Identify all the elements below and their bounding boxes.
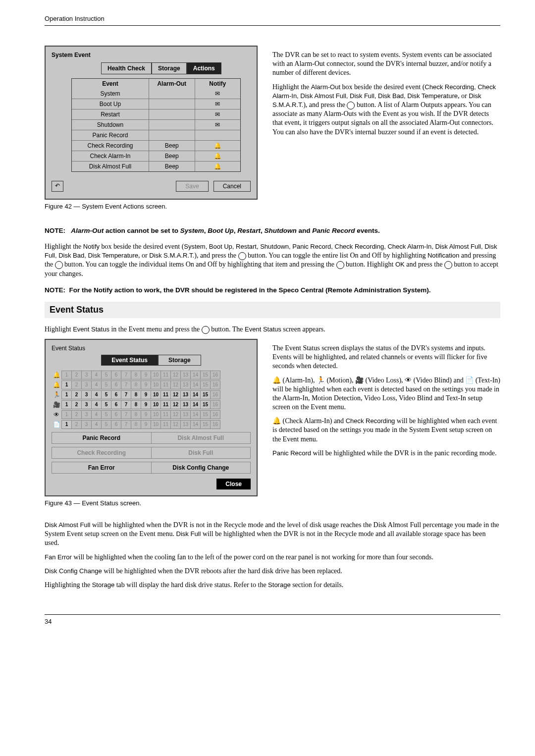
channel-cell: 7: [121, 400, 131, 409]
table-row: Disk Almost FullBeep🔔: [72, 161, 240, 171]
channel-cell: 14: [190, 371, 200, 379]
strip-icon: 🔔: [52, 381, 61, 388]
alarm-out-cell[interactable]: [149, 120, 195, 130]
channel-cell: 9: [141, 371, 151, 379]
table-row: Check RecordingBeep🔔: [72, 140, 240, 151]
alarm-out-cell[interactable]: [149, 89, 195, 99]
channel-cell: 11: [160, 390, 170, 399]
channel-cell: 12: [170, 420, 180, 429]
tab-event-status[interactable]: Event Status: [101, 355, 158, 366]
table-row: Panic Record: [72, 130, 240, 140]
channel-cell: 4: [91, 390, 101, 399]
channel-cell: 3: [81, 400, 91, 409]
grid-header: Event Alarm-Out Notify: [72, 79, 240, 89]
channel-cell: 6: [111, 420, 121, 429]
notify-cell[interactable]: ✉: [195, 120, 240, 130]
channel-cell: 13: [180, 410, 190, 419]
paragraph: Fan Error will be highlighted when the c…: [45, 553, 500, 562]
save-button[interactable]: Save: [176, 181, 208, 192]
channel-cell: 6: [111, 380, 121, 389]
channel-cell: 13: [180, 380, 190, 389]
channel-cell: 10: [151, 410, 160, 419]
event-name: Boot Up: [72, 99, 149, 109]
col-alarm: Alarm-Out: [149, 79, 195, 89]
status-item: Panic Record: [52, 432, 152, 444]
tab-health-check[interactable]: Health Check: [101, 62, 152, 74]
alarm-out-cell[interactable]: Beep: [149, 162, 195, 171]
col-event: Event: [72, 79, 149, 89]
channel-cell: 16: [210, 410, 220, 419]
paragraph: Disk Almost Full will be highlighted whe…: [45, 521, 500, 548]
channel-cell: 8: [131, 410, 141, 419]
system-event-panel: System Event Health Check Storage Action…: [45, 46, 258, 200]
channel-cell: 4: [91, 410, 101, 419]
channel-cell: 6: [111, 400, 121, 409]
cancel-button[interactable]: Cancel: [214, 181, 251, 192]
event-name: Disk Almost Full: [72, 162, 149, 171]
channel-cell: 14: [190, 390, 200, 399]
page-number: 34: [45, 615, 500, 625]
alarm-out-cell[interactable]: Beep: [149, 151, 195, 161]
channel-cell: 5: [101, 410, 111, 419]
tab-storage[interactable]: Storage: [158, 355, 201, 366]
channel-cell: 5: [101, 400, 111, 409]
section-event-status: Event Status: [45, 302, 500, 318]
channel-cell: 2: [71, 420, 81, 429]
channel-cell: 7: [121, 410, 131, 419]
channel-cell: 1: [61, 400, 71, 409]
event-name: Panic Record: [72, 130, 149, 140]
channel-cell: 2: [71, 390, 81, 399]
paragraph: Highlight the Notify box beside the desi…: [45, 242, 500, 278]
channel-cell: 7: [121, 390, 131, 399]
paragraph: Panic Record will be highlighted while t…: [272, 449, 500, 458]
table-row: Shutdown✉: [72, 119, 240, 130]
page-footer: 34: [45, 614, 500, 632]
table-row: Boot Up✉: [72, 99, 240, 109]
channel-cell: 16: [210, 390, 220, 399]
status-item: Check Recording: [52, 447, 152, 459]
channel-cell: 16: [210, 380, 220, 389]
alarm-out-cell[interactable]: [149, 130, 195, 140]
notify-cell[interactable]: 🔔: [195, 141, 240, 151]
channel-cell: 2: [71, 380, 81, 389]
channel-cell: 8: [131, 420, 141, 429]
notify-cell[interactable]: 🔔: [195, 162, 240, 171]
channel-cell: 9: [141, 420, 151, 429]
status-strip: 👁12345678910111213141516: [52, 410, 251, 419]
channel-cell: 13: [180, 390, 190, 399]
paragraph: Highlight the Alarm-Out box beside the d…: [272, 83, 500, 137]
channel-cell: 6: [111, 371, 121, 379]
channel-cell: 14: [190, 380, 200, 389]
figure42-caption: Figure 42 — System Event Actions screen.: [45, 203, 258, 210]
event-name: Check Recording: [72, 141, 149, 151]
panel-title: System Event: [52, 52, 251, 58]
channel-cell: 2: [71, 410, 81, 419]
tab-storage[interactable]: Storage: [152, 62, 187, 74]
paragraph: Disk Config Change will be highlighted w…: [45, 567, 500, 576]
channel-cell: 15: [200, 410, 210, 419]
alarm-out-cell[interactable]: [149, 99, 195, 109]
channel-cell: 5: [101, 420, 111, 429]
alarm-out-cell[interactable]: [149, 109, 195, 119]
alarm-out-cell[interactable]: Beep: [149, 141, 195, 151]
channel-cell: 5: [101, 371, 111, 379]
notify-cell[interactable]: [195, 130, 240, 140]
channel-cell: 11: [160, 400, 170, 409]
channel-cell: 16: [210, 371, 220, 379]
channel-cell: 5: [101, 380, 111, 389]
channel-cell: 16: [210, 400, 220, 409]
tab-actions[interactable]: Actions: [187, 62, 221, 74]
notify-cell[interactable]: ✉: [195, 89, 240, 99]
channel-cell: 15: [200, 400, 210, 409]
channel-cell: 8: [131, 400, 141, 409]
paragraph: 🔔 (Alarm-In), 🏃 (Motion), 🎥 (Video Loss)…: [272, 376, 500, 412]
notify-cell[interactable]: ✉: [195, 109, 240, 119]
close-button[interactable]: Close: [216, 479, 251, 489]
channel-cell: 11: [160, 380, 170, 389]
back-button[interactable]: ↶: [52, 181, 63, 192]
channel-cell: 1: [61, 371, 71, 379]
notify-cell[interactable]: 🔔: [195, 151, 240, 161]
channel-cell: 3: [81, 390, 91, 399]
notify-cell[interactable]: ✉: [195, 99, 240, 109]
channel-cell: 15: [200, 420, 210, 429]
